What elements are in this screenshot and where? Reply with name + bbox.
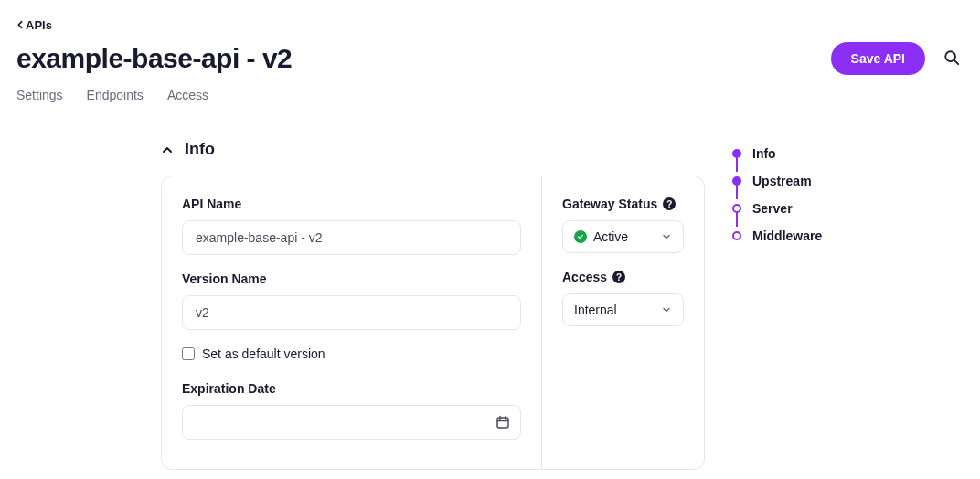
- gateway-status-label: Gateway Status: [562, 197, 657, 211]
- page-title: example-base-api - v2: [16, 43, 292, 74]
- nav-label: Middleware: [752, 229, 822, 243]
- nav-dot-icon: [732, 204, 741, 213]
- nav-label: Server: [752, 201, 793, 216]
- chevron-left-icon: [16, 20, 24, 29]
- section-title: Info: [185, 140, 215, 159]
- nav-label: Upstream: [752, 174, 812, 188]
- tab-settings[interactable]: Settings: [16, 88, 63, 112]
- expiration-label: Expiration Date: [182, 381, 521, 396]
- access-select[interactable]: Internal: [562, 293, 684, 326]
- nav-item-middleware[interactable]: Middleware: [732, 222, 822, 250]
- default-version-label: Set as default version: [202, 346, 325, 361]
- nav-item-server[interactable]: Server: [732, 195, 822, 222]
- default-version-checkbox[interactable]: [182, 347, 195, 360]
- tab-access[interactable]: Access: [167, 88, 208, 112]
- api-name-input[interactable]: [182, 220, 521, 255]
- access-help-icon[interactable]: ?: [612, 271, 625, 283]
- chevron-down-icon: [661, 231, 672, 242]
- breadcrumb-label: APIs: [26, 18, 52, 32]
- status-active-icon: [574, 230, 587, 243]
- version-name-label: Version Name: [182, 271, 521, 286]
- chevron-up-icon: [161, 144, 174, 156]
- nav-item-upstream[interactable]: Upstream: [732, 167, 822, 195]
- info-card: API Name Version Name Set as default ver…: [161, 176, 705, 470]
- expiration-input[interactable]: [182, 405, 521, 440]
- version-name-input[interactable]: [182, 295, 521, 330]
- default-version-checkbox-row[interactable]: Set as default version: [182, 346, 521, 361]
- chevron-down-icon: [661, 304, 672, 315]
- nav-label: Info: [752, 146, 776, 161]
- gateway-status-select[interactable]: Active: [562, 220, 684, 253]
- tab-endpoints[interactable]: Endpoints: [87, 88, 144, 112]
- gateway-status-help-icon[interactable]: ?: [663, 197, 676, 210]
- nav-dot-icon: [732, 149, 741, 158]
- section-nav: Info Upstream Server Middleware: [732, 140, 822, 470]
- nav-dot-icon: [732, 176, 741, 186]
- nav-dot-icon: [732, 231, 741, 240]
- section-header-info[interactable]: Info: [161, 140, 705, 159]
- access-label: Access: [562, 270, 607, 284]
- save-api-button[interactable]: Save API: [831, 42, 925, 75]
- breadcrumb-apis[interactable]: APIs: [16, 18, 52, 32]
- api-name-label: API Name: [182, 197, 521, 211]
- access-value: Internal: [574, 303, 617, 317]
- gateway-status-value: Active: [593, 229, 628, 244]
- nav-item-info[interactable]: Info: [732, 140, 822, 167]
- search-button[interactable]: [940, 46, 964, 72]
- search-icon: [943, 49, 960, 66]
